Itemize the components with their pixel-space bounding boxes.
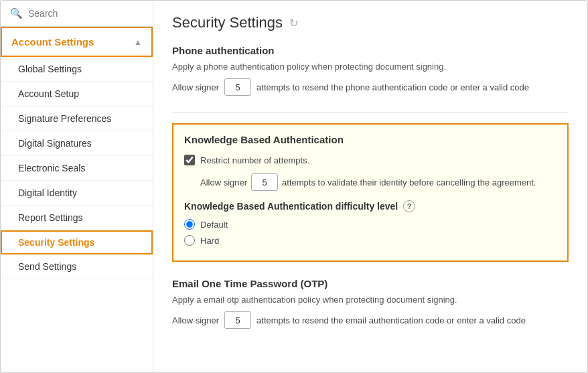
kba-radio-default-label: Default [200, 220, 228, 230]
kba-attempts-row: Allow signer attempts to validate their … [200, 173, 557, 191]
refresh-icon[interactable]: ↻ [289, 17, 298, 29]
email-otp-section: Email One Time Password (OTP) Apply a em… [172, 278, 569, 329]
kba-row-prefix: Allow signer [200, 177, 247, 188]
kba-restrict-label: Restrict number of attempts. [200, 155, 309, 165]
search-input[interactable] [28, 8, 143, 19]
phone-auth-row: Allow signer attempts to resend the phon… [172, 78, 569, 96]
email-otp-desc: Apply a email otp authentication policy … [172, 295, 569, 305]
kba-radio-hard-label: Hard [200, 236, 219, 246]
sidebar-item-global-settings[interactable]: Global Settings [1, 57, 153, 82]
kba-attempts-input[interactable] [251, 173, 278, 191]
kba-row-suffix: attempts to validate their identity befo… [282, 177, 536, 188]
phone-auth-row-suffix: attempts to resend the phone authenticat… [256, 82, 529, 92]
sidebar-item-send-settings[interactable]: Send Settings [1, 254, 153, 279]
sidebar: 🔍 Account Settings ▲ Global Settings Acc… [1, 1, 153, 372]
email-otp-row: Allow signer attempts to resend the emai… [172, 311, 569, 329]
search-icon: 🔍 [10, 7, 23, 19]
account-settings-header[interactable]: Account Settings ▲ [1, 27, 153, 57]
kba-difficulty-text: Knowledge Based Authentication difficult… [184, 201, 398, 212]
email-otp-row-prefix: Allow signer [172, 315, 219, 325]
sidebar-item-signature-preferences[interactable]: Signature Preferences [1, 106, 153, 131]
kba-section: Knowledge Based Authentication Restrict … [172, 123, 569, 262]
main-content: Security Settings ↻ Phone authentication… [153, 1, 587, 372]
email-otp-row-suffix: attempts to resend the email authenticat… [256, 315, 526, 325]
kba-title: Knowledge Based Authentication [184, 134, 557, 145]
sidebar-item-digital-identity[interactable]: Digital Identity [1, 181, 153, 206]
phone-auth-title: Phone authentication [172, 45, 569, 56]
sidebar-item-account-setup[interactable]: Account Setup [1, 82, 153, 106]
kba-radio-hard[interactable] [184, 235, 195, 246]
kba-radio-default-row: Default [184, 219, 557, 230]
phone-auth-desc: Apply a phone authentication policy when… [172, 62, 569, 72]
kba-difficulty-label: Knowledge Based Authentication difficult… [184, 200, 557, 212]
page-title: Security Settings [172, 14, 283, 31]
sidebar-nav: Global Settings Account Setup Signature … [1, 57, 153, 279]
sidebar-item-security-settings[interactable]: Security Settings [1, 230, 153, 254]
sidebar-item-digital-signatures[interactable]: Digital Signatures [1, 131, 153, 156]
chevron-up-icon: ▲ [134, 38, 142, 47]
divider-1 [172, 112, 569, 113]
kba-radio-default[interactable] [184, 219, 195, 230]
email-otp-title: Email One Time Password (OTP) [172, 278, 569, 289]
sidebar-item-electronic-seals[interactable]: Electronic Seals [1, 156, 153, 181]
kba-radio-hard-row: Hard [184, 235, 557, 246]
help-icon[interactable]: ? [403, 200, 415, 212]
search-bar[interactable]: 🔍 [1, 1, 153, 27]
phone-auth-section: Phone authentication Apply a phone authe… [172, 45, 569, 96]
phone-auth-row-prefix: Allow signer [172, 82, 219, 92]
sidebar-item-report-settings[interactable]: Report Settings [1, 206, 153, 230]
phone-auth-attempts-input[interactable] [224, 78, 251, 96]
kba-restrict-row: Restrict number of attempts. [184, 155, 557, 165]
kba-restrict-checkbox[interactable] [184, 155, 195, 165]
kba-attempts-subsection: Allow signer attempts to validate their … [200, 173, 557, 191]
page-title-row: Security Settings ↻ [172, 14, 569, 31]
account-settings-label: Account Settings [11, 36, 94, 48]
email-otp-attempts-input[interactable] [224, 311, 251, 329]
